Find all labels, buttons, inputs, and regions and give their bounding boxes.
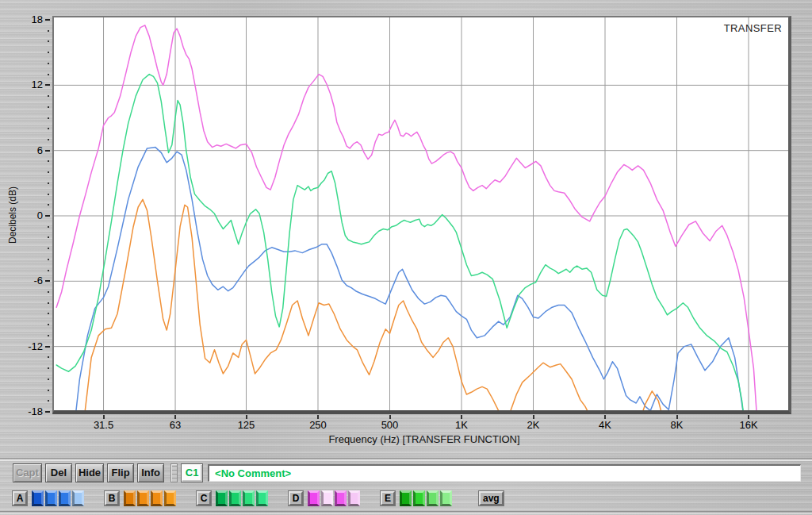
y-tick-minor bbox=[48, 106, 49, 108]
y-axis-label: -6 bbox=[17, 275, 43, 286]
y-tick-minor bbox=[48, 390, 49, 391]
main-toolbar: Capt Del Hide Flip Info C1 <No Comment> bbox=[0, 462, 812, 483]
y-tick-minor bbox=[48, 259, 49, 260]
trace-c-curve bbox=[56, 75, 745, 410]
trace-swatch-b-2[interactable] bbox=[137, 490, 149, 506]
x-axis-label: 8K bbox=[653, 419, 701, 431]
x-axis-label: 500 bbox=[366, 419, 414, 431]
y-tick-minor bbox=[48, 248, 49, 249]
trace-group-label-a[interactable]: A bbox=[13, 491, 27, 505]
trace-group-b: B bbox=[105, 490, 178, 506]
y-tick-major bbox=[45, 411, 50, 413]
trace-group-e: E bbox=[381, 490, 454, 506]
trace-swatch-d-2[interactable] bbox=[321, 490, 333, 506]
x-axis-label: 16K bbox=[725, 419, 772, 431]
y-tick-minor bbox=[48, 40, 49, 42]
trace-a-curve bbox=[75, 148, 745, 410]
hide-button[interactable]: Hide bbox=[75, 463, 104, 482]
trace-group-label-c[interactable]: C bbox=[197, 491, 211, 505]
toolbar-separator bbox=[0, 458, 812, 461]
trace-swatch-d-3[interactable] bbox=[335, 490, 347, 506]
x-axis-label: 2K bbox=[510, 419, 557, 431]
grid-lines bbox=[54, 17, 788, 410]
y-tick-major bbox=[45, 215, 50, 217]
trace-group-label-d[interactable]: D bbox=[289, 491, 303, 505]
y-tick-minor bbox=[48, 128, 49, 129]
y-tick-minor bbox=[48, 160, 49, 162]
y-axis-label: 0 bbox=[17, 210, 43, 221]
trace-swatch-e-3[interactable] bbox=[427, 490, 439, 506]
trace-swatch-e-2[interactable] bbox=[413, 490, 425, 506]
trace-swatch-a-2[interactable] bbox=[45, 490, 57, 506]
trace-group-label-b[interactable]: B bbox=[105, 491, 119, 505]
trace-swatch-a-4[interactable] bbox=[72, 490, 84, 506]
y-tick-minor bbox=[48, 367, 49, 369]
trace-group-d: D bbox=[289, 490, 362, 506]
plot-area[interactable]: TRANSFER bbox=[52, 16, 791, 414]
trace-group-a: A bbox=[13, 490, 86, 506]
trace-group-c: C bbox=[197, 490, 270, 506]
y-tick-minor bbox=[48, 226, 49, 228]
y-tick-major bbox=[45, 346, 50, 348]
trace-swatch-b-1[interactable] bbox=[124, 490, 136, 506]
y-tick-major bbox=[45, 19, 50, 21]
x-axis-label: 31.5 bbox=[80, 419, 128, 431]
del-button[interactable]: Del bbox=[45, 463, 72, 482]
info-button[interactable]: Info bbox=[137, 463, 164, 482]
capt-button[interactable]: Capt bbox=[13, 463, 42, 482]
y-axis-label: 6 bbox=[17, 145, 43, 156]
decibels-axis-title: Decibels (dB) bbox=[7, 167, 18, 263]
trace-swatch-a-1[interactable] bbox=[32, 490, 44, 506]
splitter-handle[interactable] bbox=[170, 463, 178, 482]
y-tick-major bbox=[45, 150, 50, 152]
trace-swatch-d-4[interactable] bbox=[348, 490, 360, 506]
y-tick-minor bbox=[48, 324, 49, 325]
trace-swatch-b-3[interactable] bbox=[151, 490, 163, 506]
y-tick-minor bbox=[48, 194, 49, 195]
trace-swatch-a-3[interactable] bbox=[59, 490, 71, 506]
x-axis-label: 250 bbox=[294, 419, 342, 431]
y-tick-minor bbox=[48, 270, 49, 271]
trace-swatch-d-1[interactable] bbox=[308, 490, 320, 506]
y-axis-label: 18 bbox=[17, 14, 43, 25]
trace-swatch-c-2[interactable] bbox=[229, 490, 241, 506]
y-tick-minor bbox=[48, 117, 49, 119]
y-axis-label: -18 bbox=[17, 406, 43, 417]
trace-d-curve bbox=[56, 25, 757, 410]
y-axis-label: 12 bbox=[17, 79, 43, 90]
y-tick-minor bbox=[48, 302, 49, 304]
y-axis-label: -12 bbox=[17, 341, 43, 352]
trace-b-curve bbox=[84, 199, 668, 410]
comment-field[interactable]: <No Comment> bbox=[208, 464, 801, 482]
trace-group-label-e[interactable]: E bbox=[381, 491, 395, 505]
trace-swatch-e-4[interactable] bbox=[440, 490, 452, 506]
trace-swatch-e-1[interactable] bbox=[400, 490, 412, 506]
y-tick-minor bbox=[48, 204, 49, 206]
y-tick-minor bbox=[48, 95, 49, 97]
y-tick-minor bbox=[48, 74, 49, 75]
y-tick-minor bbox=[48, 139, 49, 140]
y-tick-minor bbox=[48, 236, 49, 238]
y-tick-minor bbox=[48, 30, 49, 32]
transfer-plot-svg bbox=[54, 17, 788, 410]
y-tick-minor bbox=[48, 313, 49, 314]
trace-swatch-b-4[interactable] bbox=[164, 490, 176, 506]
channel-button[interactable]: C1 bbox=[181, 463, 203, 482]
flip-button[interactable]: Flip bbox=[107, 463, 134, 482]
avg-button[interactable]: avg bbox=[479, 491, 504, 505]
trace-swatch-c-3[interactable] bbox=[243, 490, 255, 506]
frequency-axis-title: Frequency (Hz) [TRANSFER FUNCTION] bbox=[266, 433, 583, 445]
x-axis-label: 1K bbox=[438, 419, 485, 431]
trace-swatch-c-4[interactable] bbox=[256, 490, 268, 506]
trace-curves bbox=[56, 25, 757, 410]
y-tick-minor bbox=[48, 171, 49, 173]
x-axis-label: 125 bbox=[223, 419, 270, 431]
y-tick-minor bbox=[48, 291, 49, 293]
y-tick-minor bbox=[48, 335, 49, 336]
trace-swatch-c-1[interactable] bbox=[216, 490, 228, 506]
y-tick-minor bbox=[48, 400, 49, 402]
y-tick-minor bbox=[48, 63, 49, 64]
plot-mode-label: TRANSFER bbox=[724, 22, 782, 34]
bottom-separator bbox=[0, 511, 812, 514]
trace-toolbar: ABCDEavg bbox=[0, 488, 812, 509]
